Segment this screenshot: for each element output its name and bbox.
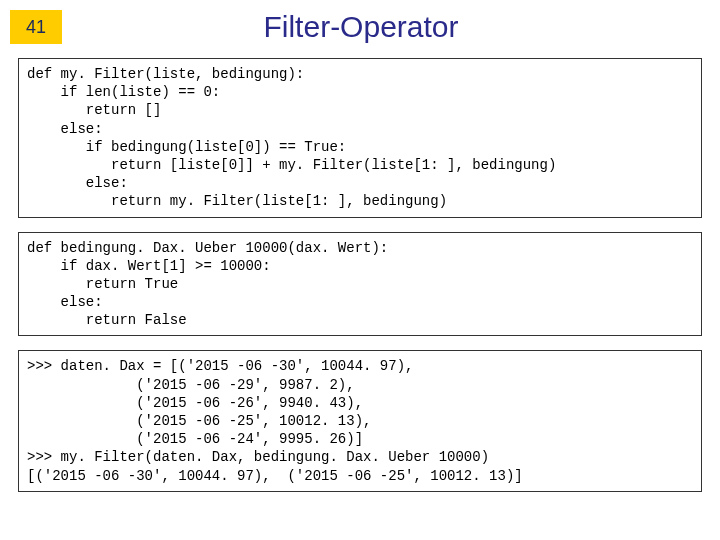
code-block-condition-def: def bedingung. Dax. Ueber 10000(dax. Wer… bbox=[18, 232, 702, 337]
slide-title: Filter-Operator bbox=[62, 10, 720, 44]
code-block-filter-def: def my. Filter(liste, bedingung): if len… bbox=[18, 58, 702, 218]
slide: 41 Filter-Operator def my. Filter(liste,… bbox=[0, 0, 720, 540]
code-block-repl-output: >>> daten. Dax = [('2015 -06 -30', 10044… bbox=[18, 350, 702, 491]
slide-number: 41 bbox=[10, 10, 62, 44]
header-row: 41 Filter-Operator bbox=[0, 0, 720, 44]
